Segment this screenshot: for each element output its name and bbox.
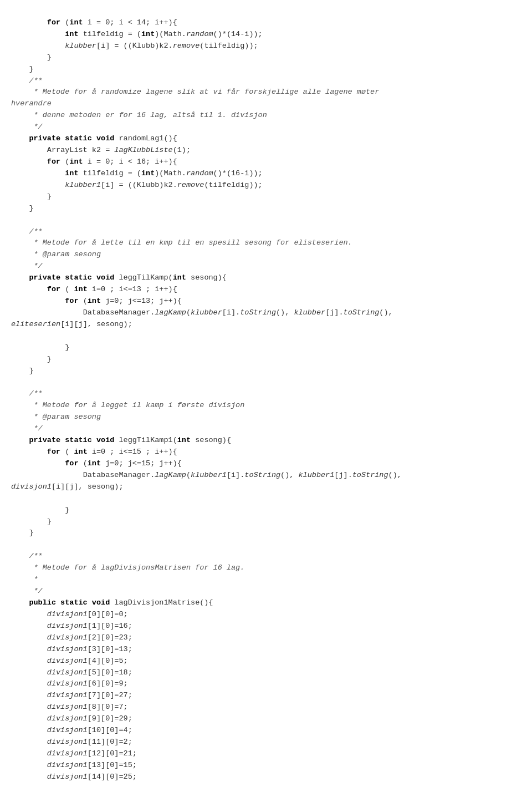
code-text: [1][0]=16; xyxy=(88,622,132,630)
code-text: } xyxy=(65,506,69,514)
code-text: [3][0]=13; xyxy=(88,645,132,653)
comment-text: * @param sesong xyxy=(11,413,101,421)
code-line: } xyxy=(11,203,521,215)
comment-text: */ xyxy=(11,262,43,270)
code-text: j=0; j<=13; j++){ xyxy=(101,297,182,305)
code-line: /** xyxy=(11,75,521,87)
code-text: } xyxy=(29,367,33,375)
identifier: divisjon1 xyxy=(47,726,88,734)
code-line: * Metode for å legget il kamp i første d… xyxy=(11,400,521,412)
code-text: [11][0]=2; xyxy=(88,738,132,746)
code-line: divisjon1[6][0]=9; xyxy=(11,678,521,690)
code-text: ( xyxy=(60,448,74,456)
keyword: private static void xyxy=(29,273,114,282)
keyword: for xyxy=(65,459,78,468)
comment-text: * Metode for å lette til en kmp til en s… xyxy=(11,238,352,247)
code-line: klubber[i] = ((Klubb)k2.remove(tilfeldig… xyxy=(11,40,521,52)
code-text: leggTilKamp( xyxy=(114,273,172,282)
code-text: [4][0]=5; xyxy=(88,657,128,665)
code-text: [13][0]=15; xyxy=(88,761,137,769)
code-text: } xyxy=(47,53,52,62)
code-text: } xyxy=(65,343,69,352)
code-text: [i] = ((Klubb)k2. xyxy=(96,42,173,50)
code-text: [2][0]=23; xyxy=(88,633,132,642)
code-line: eliteserien[i][j], sesong); xyxy=(11,319,521,331)
code-text: sesong){ xyxy=(191,436,231,444)
code-text: } xyxy=(47,192,52,201)
code-line: * @param sesong xyxy=(11,249,521,261)
comment-text: /** xyxy=(11,389,43,398)
code-line: } xyxy=(11,191,521,203)
code-line: for ( int i=0 ; i<=13 ; i++){ xyxy=(11,284,521,296)
code-text: (), xyxy=(388,471,402,479)
keyword: int xyxy=(65,30,78,38)
comment-text: * denne metoden er for 16 lag, altså til… xyxy=(11,111,267,119)
code-text: )(Math. xyxy=(155,30,186,38)
keyword: for xyxy=(47,18,60,27)
code-text: leggTilKamp1( xyxy=(114,436,177,444)
code-text: tilfeldig = ( xyxy=(79,169,141,177)
code-text: [14][0]=25; xyxy=(88,773,137,781)
code-line: ArrayList k2 = lagKlubbListe(1); xyxy=(11,145,521,156)
code-line: divisjon1[4][0]=5; xyxy=(11,656,521,667)
identifier: klubber xyxy=(191,308,222,317)
code-text: ( xyxy=(186,471,191,479)
code-text: i=0 ; i<=13 ; i++){ xyxy=(88,285,177,293)
code-line: int tilfeldig = (int)(Math.random()*(16-… xyxy=(11,168,521,180)
code-line: divisjon1[0][0]=0; xyxy=(11,609,521,621)
code-text: ()*(14-i)); xyxy=(213,30,263,38)
identifier: divisjon1 xyxy=(47,633,88,642)
code-line xyxy=(11,493,521,505)
code-line: */ xyxy=(11,261,521,272)
code-text: ( xyxy=(186,308,191,317)
comment-text: * @param sesong xyxy=(11,250,101,258)
code-line: } xyxy=(11,342,521,354)
code-line: /** xyxy=(11,551,521,562)
code-line: DatabaseManager.lagKamp(klubber[i].toStr… xyxy=(11,307,521,319)
keyword: int xyxy=(74,448,87,456)
code-line: divisjon1[3][0]=13; xyxy=(11,644,521,656)
identifier: lagKamp xyxy=(155,308,186,317)
code-line: } xyxy=(11,52,521,64)
code-text: (), xyxy=(379,308,392,317)
code-line: */ xyxy=(11,423,521,435)
keyword: for xyxy=(47,158,60,166)
code-line: for (int i = 0; i < 14; i++){ xyxy=(11,17,521,29)
code-line: * Metode for å lette til en kmp til en s… xyxy=(11,237,521,249)
code-text: i=0 ; i<=15 ; i++){ xyxy=(88,448,177,456)
keyword: int xyxy=(141,169,155,177)
comment-text: */ xyxy=(11,587,43,595)
code-line: * Metode for å lagDivisjonsMatrisen for … xyxy=(11,562,521,574)
code-line: for (int j=0; j<=15; j++){ xyxy=(11,458,521,470)
code-text: randomLag1(){ xyxy=(114,134,177,143)
identifier: lagKlubbListe xyxy=(114,146,172,154)
comment-text: * Metode for å randomize lagene slik at … xyxy=(11,88,379,96)
code-text: ( xyxy=(79,459,88,468)
keyword: int xyxy=(177,436,191,444)
code-line: private static void randomLag1(){ xyxy=(11,133,521,145)
keyword: int xyxy=(88,459,101,468)
code-line: * xyxy=(11,574,521,586)
code-text: [i]. xyxy=(227,471,244,479)
identifier: toString xyxy=(244,471,280,479)
keyword: private static void xyxy=(29,436,114,444)
identifier: divisjon1 xyxy=(47,714,88,723)
code-line: * denne metoden er for 16 lag, altså til… xyxy=(11,110,521,121)
code-line: } xyxy=(11,354,521,365)
code-line: divisjon1[14][0]=25; xyxy=(11,771,521,783)
identifier: klubber1 xyxy=(191,471,227,479)
code-text: )(Math. xyxy=(155,169,186,177)
identifier: klubber1 xyxy=(65,181,101,189)
comment-text: * xyxy=(11,575,38,583)
code-text: ( xyxy=(60,18,69,27)
code-text: [8][0]=7; xyxy=(88,703,128,711)
identifier: divisjon1 xyxy=(47,703,88,711)
code-line: } xyxy=(11,516,521,528)
identifier: divisjon1 xyxy=(47,610,88,618)
code-text: [9][0]=29; xyxy=(88,714,132,723)
code-line: divisjon1[10][0]=4; xyxy=(11,725,521,737)
comment-text: /** xyxy=(11,552,43,560)
code-line: divisjon1[1][0]=16; xyxy=(11,621,521,632)
code-line: for (int i = 0; i < 16; i++){ xyxy=(11,156,521,168)
keyword: for xyxy=(47,285,60,293)
